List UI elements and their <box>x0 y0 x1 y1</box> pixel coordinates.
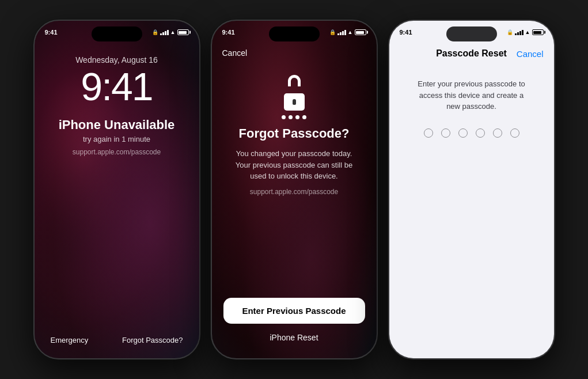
phone-3: 9:41 🔒 ▲ Passcode Reset Cancel Enter you… <box>388 20 555 359</box>
lock-icon-2: 🔒 <box>329 29 336 35</box>
passcode-circle-6 <box>510 128 519 138</box>
lock-time: 9:41 <box>81 67 152 106</box>
passcode-circle-5 <box>493 128 502 138</box>
passcode-circle-3 <box>458 128 468 138</box>
unavailable-subtitle: try again in 1 minute <box>83 135 150 143</box>
passcode-circle-4 <box>476 128 485 138</box>
battery-icon-2 <box>355 29 366 35</box>
iphone-reset-button[interactable]: iPhone Reset <box>212 333 377 342</box>
lock-icon: 🔒 <box>152 29 158 35</box>
bottom-buttons: Emergency Forgot Passcode? <box>35 336 199 344</box>
lock-keyhole <box>293 99 296 105</box>
enter-previous-passcode-button[interactable]: Enter Previous Passcode <box>223 298 365 324</box>
forgot-support-link: support.apple.com/passcode <box>250 188 338 196</box>
forgot-passcode-button[interactable]: Forgot Passcode? <box>122 336 183 344</box>
phone-2: 9:41 🔒 ▲ Cancel <box>211 20 378 359</box>
lock-dot-4 <box>302 115 306 119</box>
status-time-2: 9:41 <box>222 29 240 36</box>
lock-dot-1 <box>282 115 286 119</box>
wifi-icon-2: ▲ <box>348 29 353 35</box>
status-time-1: 9:41 <box>45 29 62 36</box>
lock-date: Wednesday, August 16 <box>75 55 158 65</box>
lock-body <box>284 93 305 111</box>
status-icons-1: 🔒 ▲ <box>152 29 189 35</box>
lock-icon-3: 🔒 <box>507 29 513 35</box>
signal-bars-2 <box>337 29 346 35</box>
battery-icon <box>177 29 189 35</box>
battery-icon-3 <box>532 29 544 35</box>
status-icons-2: 🔒 ▲ <box>329 29 366 35</box>
lock-dot-3 <box>295 115 299 119</box>
lock-shackle <box>288 75 301 86</box>
status-icons-3: 🔒 ▲ <box>507 29 544 35</box>
reset-description: Enter your previous passcode to access t… <box>389 78 554 112</box>
lockscreen-content: Wednesday, August 16 9:41 iPhone Unavail… <box>35 21 199 358</box>
dynamic-island <box>92 26 142 41</box>
passcode-circle-1 <box>424 128 433 138</box>
unavailable-title: iPhone Unavailable <box>59 118 175 132</box>
passcode-circles <box>424 128 519 138</box>
wifi-icon: ▲ <box>170 29 176 35</box>
emergency-button[interactable]: Emergency <box>51 336 89 344</box>
signal-bars-3 <box>515 29 523 35</box>
dynamic-island-3 <box>446 26 497 41</box>
passcode-circle-2 <box>441 128 450 138</box>
lock-icon-large <box>282 84 306 119</box>
reset-content: Enter your previous passcode to access t… <box>389 21 554 358</box>
support-link-1: support.apple.com/passcode <box>73 148 161 156</box>
status-time-3: 9:41 <box>400 29 417 36</box>
battery-fill-3 <box>533 31 541 34</box>
dynamic-island-2 <box>269 26 320 41</box>
battery-fill-2 <box>356 31 364 34</box>
battery-fill <box>179 31 187 34</box>
signal-bars <box>160 29 169 35</box>
forgot-description: You changed your passcode today. Your pr… <box>212 148 377 182</box>
lock-dots <box>282 115 306 119</box>
phone-1: 9:41 🔒 ▲ Wednesday, August 16 9:41 iPhon… <box>33 20 200 359</box>
lock-dot-2 <box>289 115 293 119</box>
wifi-icon-3: ▲ <box>525 29 530 35</box>
forgot-title: Forgot Passcode? <box>239 126 350 141</box>
